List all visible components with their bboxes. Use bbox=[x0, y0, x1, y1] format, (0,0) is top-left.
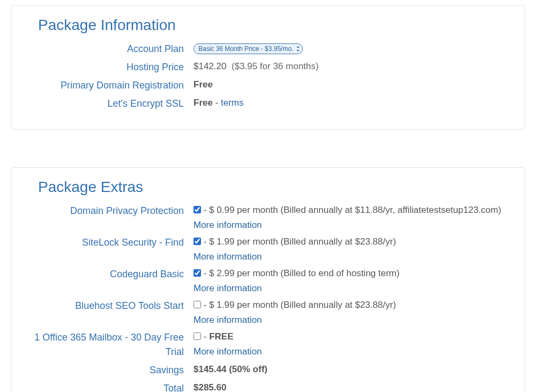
sitelock-checkbox[interactable] bbox=[193, 238, 201, 245]
codeguard-more-info-link[interactable]: More information bbox=[193, 282, 509, 295]
hosting-price-value: $142.20 bbox=[193, 61, 226, 71]
sitelock-desc: - $ 1.99 per month (Billed annually at $… bbox=[204, 236, 396, 247]
sitelock-more-info-link[interactable]: More information bbox=[193, 250, 509, 264]
codeguard-label: Codeguard Basic bbox=[27, 267, 193, 282]
account-plan-label: Account Plan bbox=[27, 41, 193, 56]
ssl-value: Free bbox=[193, 98, 213, 108]
office365-dash: - bbox=[204, 331, 209, 342]
domain-privacy-more-info-link[interactable]: More information bbox=[193, 218, 509, 232]
package-extras-panel: Package Extras Domain Privacy Protection… bbox=[11, 167, 525, 392]
primary-domain-label: Primary Domain Registration bbox=[27, 78, 193, 93]
savings-row: Savings $145.44 (50% off) bbox=[27, 363, 509, 378]
hosting-price-detail: ($3.95 for 36 months) bbox=[232, 61, 319, 71]
ssl-sep: - bbox=[213, 98, 221, 108]
seo-desc: - $ 1.99 per month (Billed annually at $… bbox=[204, 300, 396, 310]
package-extras-title: Package Extras bbox=[27, 179, 509, 196]
codeguard-desc: - $ 2.99 per month (Billed to end of hos… bbox=[204, 268, 400, 278]
savings-value: $145.44 (50% off) bbox=[193, 364, 267, 374]
seo-row: Bluehost SEO Tools Start - $ 1.99 per mo… bbox=[27, 298, 509, 327]
ssl-terms-link[interactable]: terms bbox=[221, 98, 244, 108]
sitelock-row: SiteLock Security - Find - $ 1.99 per mo… bbox=[27, 235, 509, 263]
office365-label: 1 Office 365 Mailbox - 30 Day Free Trial bbox=[27, 330, 193, 359]
total-row: Total $285.60 bbox=[27, 381, 509, 392]
domain-privacy-row: Domain Privacy Protection - $ 0.99 per m… bbox=[27, 203, 509, 232]
account-plan-select[interactable]: Basic 36 Month Price - $3.95/mo. bbox=[193, 43, 303, 54]
codeguard-checkbox[interactable] bbox=[193, 269, 201, 277]
domain-privacy-desc: - $ 0.99 per month (Billed annually at $… bbox=[204, 205, 501, 215]
account-plan-row: Account Plan Basic 36 Month Price - $3.9… bbox=[27, 41, 509, 56]
office365-free: FREE bbox=[209, 331, 233, 342]
hosting-price-row: Hosting Price $142.20 ($3.95 for 36 mont… bbox=[27, 60, 509, 75]
total-value: $285.60 bbox=[193, 382, 226, 392]
sitelock-label: SiteLock Security - Find bbox=[27, 235, 193, 250]
primary-domain-value: Free bbox=[193, 79, 213, 90]
ssl-row: Let's Encrypt SSL Free - terms bbox=[27, 96, 509, 111]
seo-label: Bluehost SEO Tools Start bbox=[27, 298, 193, 313]
domain-privacy-checkbox[interactable] bbox=[193, 206, 201, 213]
office365-more-info-link[interactable]: More information bbox=[193, 345, 509, 359]
savings-label: Savings bbox=[27, 363, 193, 378]
package-information-title: Package Information bbox=[27, 17, 509, 34]
package-information-panel: Package Information Account Plan Basic 3… bbox=[11, 5, 525, 130]
domain-privacy-label: Domain Privacy Protection bbox=[27, 203, 193, 218]
seo-more-info-link[interactable]: More information bbox=[193, 313, 509, 327]
office365-row: 1 Office 365 Mailbox - 30 Day Free Trial… bbox=[27, 330, 509, 359]
primary-domain-row: Primary Domain Registration Free bbox=[27, 78, 509, 93]
total-label: Total bbox=[27, 381, 193, 392]
hosting-price-label: Hosting Price bbox=[27, 60, 193, 75]
office365-checkbox[interactable] bbox=[193, 332, 201, 340]
codeguard-row: Codeguard Basic - $ 2.99 per month (Bill… bbox=[27, 267, 509, 295]
seo-checkbox[interactable] bbox=[193, 301, 201, 308]
ssl-label: Let's Encrypt SSL bbox=[27, 96, 193, 111]
